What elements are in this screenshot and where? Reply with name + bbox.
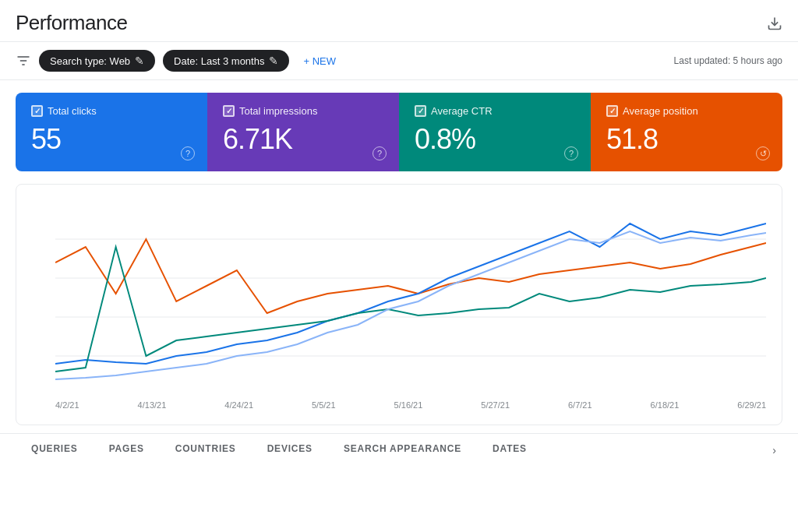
metric-value-position: 51.8 — [606, 123, 767, 156]
metric-avg-position[interactable]: ✓ Average position 51.8 ↺ — [591, 93, 782, 171]
new-button-label: + NEW — [303, 55, 336, 67]
metric-total-clicks[interactable]: ✓ Total clicks 55 ? — [16, 93, 207, 171]
page-title: Performance — [16, 11, 127, 35]
date-label: Date: Last 3 months — [174, 55, 264, 67]
metric-avg-ctr[interactable]: ✓ Average CTR 0.8% ? — [399, 93, 591, 171]
tab-pages[interactable]: PAGES — [94, 434, 160, 466]
metric-value-ctr: 0.8% — [415, 123, 575, 156]
date-label-3: 4/24/21 — [224, 400, 253, 410]
info-icon-position[interactable]: ↺ — [756, 146, 770, 160]
bottom-tabs: QUERIES PAGES COUNTRIES DEVICES SEARCH A… — [0, 433, 798, 466]
date-label-1: 4/2/21 — [55, 400, 79, 410]
tab-devices[interactable]: DEVICES — [252, 434, 328, 466]
metric-label-ctr: Average CTR — [431, 105, 493, 117]
metric-label-clicks: Total clicks — [48, 105, 97, 117]
edit-icon-2: ✎ — [269, 55, 278, 67]
app-container: Performance Search type: Web ✎ Date: Las… — [0, 0, 798, 532]
metric-header-position: ✓ Average position — [606, 105, 767, 117]
last-updated: Last updated: 5 hours ago — [674, 55, 782, 66]
date-label-5: 5/16/21 — [394, 400, 423, 410]
info-icon-ctr[interactable]: ? — [564, 146, 578, 160]
metric-value-clicks: 55 — [31, 123, 192, 156]
date-label-2: 4/13/21 — [138, 400, 167, 410]
checkbox-impressions[interactable]: ✓ — [223, 105, 235, 117]
metric-header-ctr: ✓ Average CTR — [415, 105, 575, 117]
tab-queries[interactable]: QUERIES — [16, 434, 94, 466]
edit-icon: ✎ — [135, 55, 144, 67]
metric-value-impressions: 6.71K — [223, 123, 383, 156]
date-label-4: 5/5/21 — [312, 400, 336, 410]
date-label-7: 6/7/21 — [568, 400, 592, 410]
metric-header-impressions: ✓ Total impressions — [223, 105, 383, 117]
download-icon[interactable] — [767, 16, 782, 31]
tab-dates[interactable]: DATES — [477, 434, 542, 466]
info-icon-impressions[interactable]: ? — [373, 146, 387, 160]
header-right — [767, 16, 782, 31]
chart-dates: 4/2/21 4/13/21 4/24/21 5/5/21 5/16/21 5/… — [55, 397, 766, 410]
search-type-label: Search type: Web — [50, 55, 130, 67]
metric-total-impressions[interactable]: ✓ Total impressions 6.71K ? — [207, 93, 399, 171]
date-chip[interactable]: Date: Last 3 months ✎ — [163, 50, 289, 72]
metric-header-clicks: ✓ Total clicks — [31, 105, 192, 117]
metric-label-impressions: Total impressions — [239, 105, 317, 117]
info-icon-clicks[interactable]: ? — [181, 146, 195, 160]
date-label-6: 5/27/21 — [481, 400, 510, 410]
header: Performance — [0, 0, 798, 42]
new-button[interactable]: + NEW — [297, 51, 342, 72]
checkbox-clicks[interactable]: ✓ — [31, 105, 43, 117]
tab-search-appearance[interactable]: SEARCH APPEARANCE — [328, 434, 477, 466]
toolbar: Search type: Web ✎ Date: Last 3 months ✎… — [0, 42, 798, 80]
checkbox-position[interactable]: ✓ — [606, 105, 618, 117]
filter-icon[interactable] — [16, 53, 31, 69]
checkbox-ctr[interactable]: ✓ — [415, 105, 426, 117]
metrics-row: ✓ Total clicks 55 ? ✓ Total impressions … — [16, 93, 782, 171]
date-label-8: 6/18/21 — [651, 400, 680, 410]
chart-area: 4/2/21 4/13/21 4/24/21 5/5/21 5/16/21 5/… — [16, 184, 782, 425]
date-label-9: 6/29/21 — [737, 400, 766, 410]
performance-chart — [55, 200, 766, 395]
tab-countries[interactable]: COUNTRIES — [160, 434, 252, 466]
metric-label-position: Average position — [623, 105, 698, 117]
tab-scroll-right[interactable]: › — [766, 434, 782, 466]
search-type-chip[interactable]: Search type: Web ✎ — [39, 50, 155, 72]
